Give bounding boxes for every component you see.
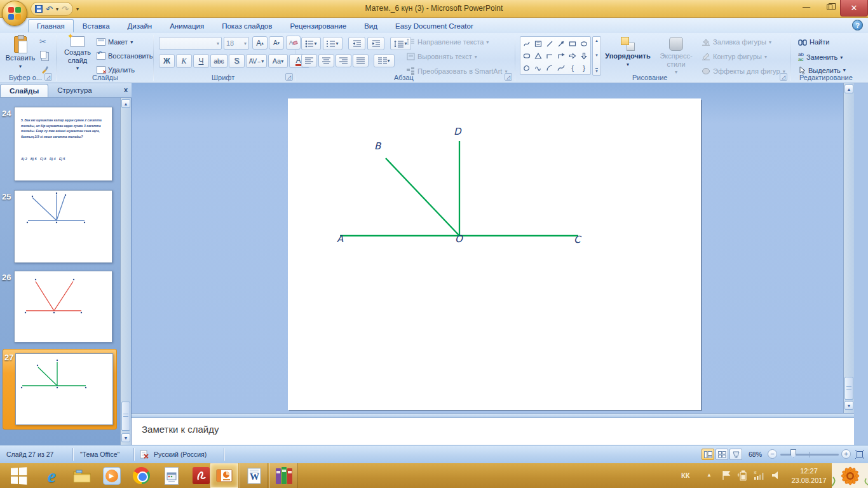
tray-language-indicator[interactable]: КК [681,471,689,479]
clipboard-dialog-launcher[interactable]: ◿ [44,73,52,81]
help-button[interactable]: ? [852,20,863,30]
spellcheck-icon[interactable] [140,449,149,460]
italic-button[interactable]: К [176,54,192,68]
slide-thumbnail-24[interactable]: 5. Бак екі шумактан катар аққан сумен 2 … [14,107,112,181]
shape-rounded-rect-icon[interactable] [521,50,532,62]
chrome-icon[interactable] [126,463,156,488]
justify-button[interactable] [353,54,369,67]
bullets-button[interactable]: ▾ [301,37,321,50]
office-button[interactable] [2,1,27,26]
strikethrough-button[interactable]: abc [210,54,227,68]
shape-oval-icon[interactable] [578,37,590,50]
shape-arc-icon[interactable] [544,62,555,74]
point-label-D[interactable]: D [454,126,461,137]
file-explorer-icon[interactable] [67,463,97,488]
notes-pane[interactable]: Заметки к слайду [132,417,854,445]
layout-button[interactable]: Макет ▾ [97,38,133,46]
start-button[interactable] [0,463,37,488]
powerpoint-taskbar-button[interactable] [210,463,238,488]
arrange-button[interactable]: Упорядочить ▾ [604,37,652,67]
slide-thumbnail-26[interactable] [14,271,112,342]
panel-scroll-up-icon[interactable]: ▲ [121,99,130,108]
bold-button[interactable]: Ж [159,54,175,68]
zoom-slider-thumb[interactable] [790,449,796,458]
new-slide-button[interactable]: ✦ Создать слайд ▾ [61,36,94,71]
zoom-in-button[interactable]: + [841,449,851,459]
internet-explorer-icon[interactable]: e [37,463,67,488]
point-label-C[interactable]: C [574,234,580,245]
close-button[interactable]: ✕ [840,0,868,17]
fit-to-window-button[interactable] [855,449,865,461]
notes-splitter[interactable] [132,413,854,417]
network-signal-icon[interactable]: ✲ [754,470,766,483]
clear-formatting-button[interactable]: A [286,36,301,50]
find-button[interactable]: Найти [798,38,829,46]
shape-effects-button[interactable]: Эффекты для фигур▾ [702,67,785,75]
shape-squiggle-icon[interactable] [532,62,544,74]
shape-fill-button[interactable]: Заливка фигуры▾ [702,38,771,46]
winrar-icon[interactable] [269,463,298,488]
tab-review[interactable]: Рецензирование [281,19,355,32]
tab-outline[interactable]: Структура [48,84,101,97]
language-indicator[interactable]: Русский (Россия) [154,451,207,458]
shapes-more-icon[interactable]: ▾ [595,68,598,74]
slide-thumbnail-25[interactable] [14,190,112,263]
shape-arrow-icon[interactable] [555,37,567,50]
columns-button[interactable]: ▾ [374,54,395,67]
font-dialog-launcher[interactable]: ◿ [285,73,293,81]
shape-elbow-icon[interactable] [544,50,555,62]
shape-elbow-arrow-icon[interactable] [555,50,567,62]
text-direction-button[interactable]: Направление текста▾ [407,38,489,46]
shape-textbox-icon[interactable] [532,37,544,50]
battery-icon[interactable] [737,470,749,484]
format-painter-icon[interactable] [40,65,48,72]
shape-outline-button[interactable]: Контур фигуры▾ [702,53,767,60]
shrink-font-button[interactable]: A▾ [269,36,284,50]
zoom-slider-track[interactable] [780,454,839,456]
shapes-scroll-down-icon[interactable]: ▾ [595,53,598,58]
slide-sorter-view-button[interactable] [715,449,728,460]
editor-scroll-up-icon[interactable]: ▲ [844,85,853,93]
text-shadow-button[interactable]: S [229,54,245,68]
shape-brace-right-icon[interactable]: } [578,62,590,74]
zoom-out-button[interactable]: − [768,449,777,459]
shape-brace-left-icon[interactable]: { [567,62,578,74]
point-label-B[interactable]: B [374,140,381,152]
shapes-scroll-up-icon[interactable]: ▴ [595,38,598,43]
increase-indent-button[interactable] [367,37,384,50]
panel-scroll-down-icon[interactable]: ▼ [121,433,130,442]
restore-button[interactable] [818,0,840,14]
shape-rectangle-icon[interactable] [567,37,578,50]
drawing-dialog-launcher[interactable]: ◿ [780,73,787,81]
editor-scroll-down-icon[interactable]: ▼ [844,401,853,410]
minimize-button[interactable]: — [796,0,817,14]
reset-slide-button[interactable]: Восстановить [97,52,153,60]
tab-animation[interactable]: Анимация [161,19,213,32]
shape-triangle-icon[interactable] [532,50,544,62]
panel-close-icon[interactable]: x [124,86,128,93]
font-size-combo[interactable]: 18▾ [224,37,249,50]
hidden-icons-icon[interactable]: ▲ [707,472,712,478]
tray-clock[interactable]: 12:27 23.08.2017 [787,466,831,485]
quick-styles-button[interactable]: Экспресс-стили ▾ [653,37,699,75]
tab-home[interactable]: Главная [28,19,74,32]
slide-canvas[interactable]: B D A O C [288,98,701,410]
angles-diagram[interactable] [288,98,701,410]
undo-icon[interactable]: ↶ [46,5,53,13]
delete-slide-button[interactable]: Удалить [97,66,135,74]
change-case-button[interactable]: Aa▾ [268,54,288,68]
shape-line-icon[interactable] [544,37,555,50]
cut-icon[interactable]: ✂ [39,37,46,46]
word-taskbar-button[interactable]: W [240,463,268,488]
align-right-button[interactable] [336,54,351,67]
paste-button[interactable]: Вставить ▾ [5,36,36,69]
tab-slideshow[interactable]: Показ слайдов [213,19,281,32]
shape-right-arrow-icon[interactable] [567,50,578,62]
redo-icon[interactable]: ↷ [62,5,69,13]
tab-insert[interactable]: Вставка [74,19,119,32]
document-app-icon[interactable] [156,463,186,488]
align-center-button[interactable] [318,54,334,67]
undo-dropdown-icon[interactable]: ▾ [56,6,58,12]
zoom-level[interactable]: 68% [749,451,762,458]
numbering-button[interactable]: ▾ [323,37,342,50]
